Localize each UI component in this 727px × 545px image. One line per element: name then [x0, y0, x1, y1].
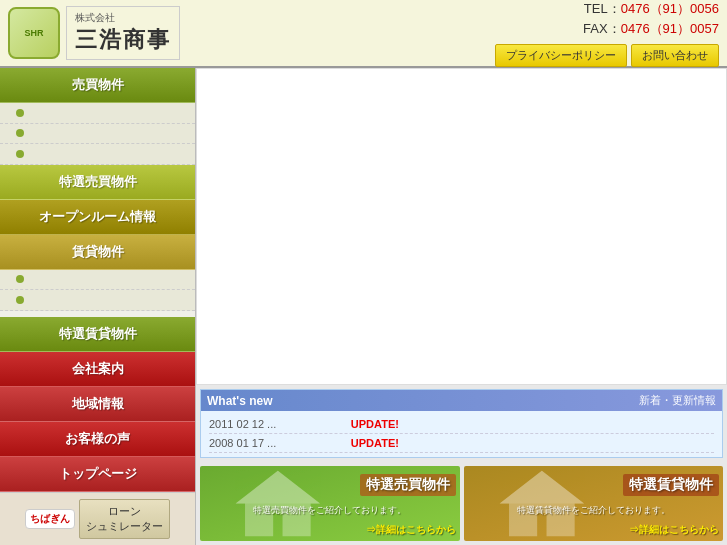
header-right: TEL：0476（91）0056 FAX：0476（91）0057 プライバシー… [495, 0, 719, 67]
logo-badge-text: SHR [24, 28, 43, 39]
sidebar-customer-button[interactable]: お客様の声 [0, 422, 195, 457]
logo-badge: SHR [8, 7, 60, 59]
news-item-1: 2011 02 12 ... UPDATE! [209, 415, 714, 434]
content: What's new 新着・更新情報 2011 02 12 ... UPDATE… [196, 68, 727, 545]
sidebar: 売買物件 特選売買物件 オープンルーム情報 賃貸物件 特選賃貸物件 会社案内 地… [0, 68, 196, 545]
company-name: 三浩商事 [75, 25, 171, 55]
banner-buy-label: 特選売買物件 [360, 474, 456, 496]
dot-icon-2 [16, 129, 24, 137]
whats-new-section: What's new 新着・更新情報 2011 02 12 ... UPDATE… [200, 389, 723, 458]
dot-icon-5 [16, 296, 24, 304]
news-spacer-1 [297, 418, 343, 430]
fax-label: FAX： [583, 21, 621, 36]
news-date-2: 2008 01 17 ... [209, 437, 289, 449]
news-update-1: UPDATE! [351, 418, 399, 430]
sidebar-select-buy-button[interactable]: 特選売買物件 [0, 165, 195, 200]
news-update-2: UPDATE! [351, 437, 399, 449]
tel-label: TEL： [584, 1, 621, 16]
sidebar-dot-row-5 [0, 290, 195, 311]
news-spacer-2 [297, 437, 343, 449]
logo-area: SHR 株式会社 三浩商事 [8, 6, 180, 60]
whats-new-header: What's new 新着・更新情報 [201, 390, 722, 411]
news-item-2: 2008 01 17 ... UPDATE! [209, 434, 714, 453]
banner-rent-label: 特選賃貸物件 [623, 474, 719, 496]
company-kanji: 株式会社 [75, 11, 171, 25]
dot-icon-3 [16, 150, 24, 158]
privacy-button[interactable]: プライバシーポリシー [495, 44, 627, 67]
banner-rent[interactable]: 特選賃貸物件 特選賃貸物件をご紹介しております。 ⇒詳細はこちらから [464, 466, 724, 541]
svg-marker-1 [236, 471, 320, 504]
sidebar-region-button[interactable]: 地域情報 [0, 387, 195, 422]
banner-buy[interactable]: 特選売買物件 特選売買物件をご紹介しております。 ⇒詳細はこちらから [200, 466, 460, 541]
fax-info: FAX：0476（91）0057 [583, 20, 719, 38]
svg-marker-3 [499, 471, 583, 504]
sidebar-company-button[interactable]: 会社案内 [0, 352, 195, 387]
sidebar-dot-row-2 [0, 124, 195, 145]
sidebar-top-button[interactable]: トップページ [0, 457, 195, 492]
banner-buy-link[interactable]: ⇒詳細はこちらから [366, 523, 456, 537]
whats-new-title: What's new [207, 394, 273, 408]
banners: 特選売買物件 特選売買物件をご紹介しております。 ⇒詳細はこちらから 特選賃貸物… [200, 466, 723, 541]
news-date-1: 2011 02 12 ... [209, 418, 289, 430]
whats-new-body: 2011 02 12 ... UPDATE! 2008 01 17 ... UP… [201, 411, 722, 457]
sidebar-dot-row-3 [0, 144, 195, 165]
banner-rent-desc: 特選賃貸物件をご紹介しております。 [468, 504, 720, 517]
tel-number: 0476（91）0056 [621, 1, 719, 16]
chiba-logo: ちばぎん [25, 509, 75, 529]
simulator-button[interactable]: ローンシュミレーター [79, 499, 170, 539]
contact-button[interactable]: お問い合わせ [631, 44, 719, 67]
whats-new-subtitle: 新着・更新情報 [639, 393, 716, 408]
dot-icon-1 [16, 109, 24, 117]
sidebar-dot-row-4 [0, 270, 195, 291]
sidebar-rent-button[interactable]: 賃貸物件 [0, 235, 195, 270]
header: SHR 株式会社 三浩商事 TEL：0476（91）0056 FAX：0476（… [0, 0, 727, 68]
dot-icon-4 [16, 275, 24, 283]
sidebar-openroom-button[interactable]: オープンルーム情報 [0, 200, 195, 235]
main-area: 売買物件 特選売買物件 オープンルーム情報 賃貸物件 特選賃貸物件 会社案内 地… [0, 68, 727, 545]
sidebar-bottom: ちばぎん ローンシュミレーター [0, 492, 195, 545]
banner-rent-link[interactable]: ⇒詳細はこちらから [629, 523, 719, 537]
sidebar-buy-button[interactable]: 売買物件 [0, 68, 195, 103]
sidebar-select-rent-button[interactable]: 特選賃貸物件 [0, 317, 195, 352]
header-buttons: プライバシーポリシー お問い合わせ [495, 44, 719, 67]
sidebar-dot-row-1 [0, 103, 195, 124]
fax-number: 0476（91）0057 [621, 21, 719, 36]
tel-info: TEL：0476（91）0056 [584, 0, 719, 18]
content-top-area [196, 68, 727, 385]
logo-text-area: 株式会社 三浩商事 [66, 6, 180, 60]
banner-buy-desc: 特選売買物件をご紹介しております。 [204, 504, 456, 517]
